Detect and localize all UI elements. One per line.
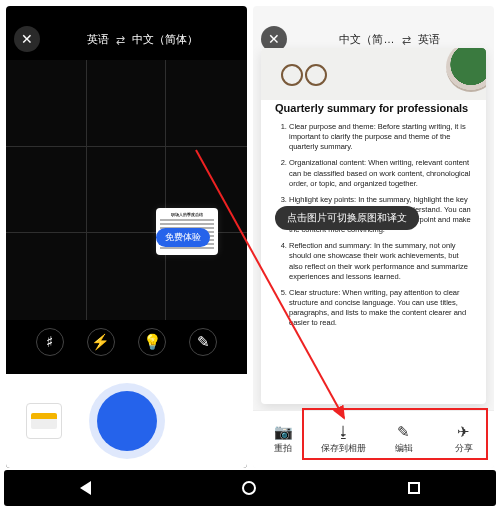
flash-icon[interactable]: ⚡ <box>87 328 115 356</box>
plant-icon <box>446 48 486 92</box>
pencil-icon: ✎ <box>397 424 410 439</box>
lang-to: 中文（简体） <box>132 33 198 45</box>
edit-button[interactable]: ✎编辑 <box>374 411 434 468</box>
nav-recent-icon[interactable] <box>408 482 420 494</box>
lamp-icon[interactable]: 💡 <box>138 328 166 356</box>
camera-tools: ♯ ⚡ 💡 ✎ <box>6 328 247 356</box>
lang-to: 英语 <box>418 33 440 45</box>
shutter-button[interactable] <box>97 391 157 451</box>
camera-icon: 📷 <box>274 424 293 439</box>
android-nav-bar <box>4 470 496 506</box>
result-actions: 📷重拍 ⭳保存到相册 ✎编辑 ✈分享 <box>253 410 494 468</box>
gallery-thumbnail[interactable] <box>26 403 62 439</box>
save-button[interactable]: ⭳保存到相册 <box>313 411 373 468</box>
left-header: ✕ 英语 ⇄ 中文（简体） <box>6 22 247 56</box>
free-trial-badge[interactable]: 免费体验 <box>156 228 210 247</box>
list-item: Organizational content: When writing, re… <box>289 158 472 188</box>
close-icon[interactable]: ✕ <box>14 26 40 52</box>
camera-viewport: 职场人的季度总结 免费体验 <box>6 60 247 320</box>
nav-home-icon[interactable] <box>242 481 256 495</box>
language-pair[interactable]: 中文（简… ⇄ 英语 <box>293 32 486 47</box>
nav-back-icon[interactable] <box>80 481 91 495</box>
glasses-icon <box>281 64 327 82</box>
translate-result-screen: ✕ 中文（简… ⇄ 英语 Quarterly summary for profe… <box>253 6 494 468</box>
camera-translate-screen: ✕ 英语 ⇄ 中文（简体） 职场人的季度总结 免费体验 ♯ ⚡ � <box>6 6 247 468</box>
send-icon: ✈ <box>457 424 470 439</box>
list-item: Clear purpose and theme: Before starting… <box>289 122 472 152</box>
mode-icon[interactable]: ✎ <box>189 328 217 356</box>
download-icon: ⭳ <box>336 424 351 439</box>
status-bar <box>6 6 247 22</box>
status-bar <box>253 6 494 22</box>
list-item: Reflection and summary: In the summary, … <box>289 241 472 282</box>
swap-icon[interactable]: ⇄ <box>116 34 125 47</box>
language-pair[interactable]: 英语 ⇄ 中文（简体） <box>46 32 239 47</box>
hint-toast: 点击图片可切换原图和译文 <box>275 206 419 230</box>
doc-title: Quarterly summary for professionals <box>275 102 472 114</box>
tile-title: 职场人的季度总结 <box>160 212 214 217</box>
lang-from: 中文（简… <box>339 33 394 45</box>
retake-button[interactable]: 📷重拍 <box>253 411 313 468</box>
grid-toggle-icon[interactable]: ♯ <box>36 328 64 356</box>
sample-document-tile[interactable]: 职场人的季度总结 免费体验 <box>156 208 218 255</box>
lang-from: 英语 <box>87 33 109 45</box>
doc-hero-strip <box>261 48 486 100</box>
list-item: Clear structure: When writing, pay atten… <box>289 288 472 329</box>
swap-icon[interactable]: ⇄ <box>402 34 411 47</box>
camera-bottom-bar <box>6 374 247 468</box>
share-button[interactable]: ✈分享 <box>434 411 494 468</box>
